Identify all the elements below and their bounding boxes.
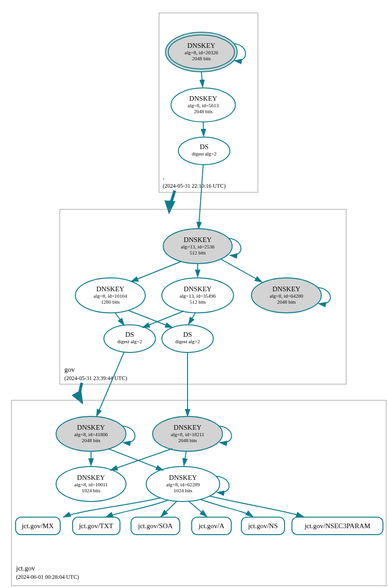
svg-text:2048 bits: 2048 bits [277,299,296,305]
svg-text:digest alg=2: digest alg=2 [175,339,200,344]
svg-text:jct.gov/SOA: jct.gov/SOA [137,522,173,530]
node-jct-k3: DNSKEY alg=8, id=10011 1024 bits [56,467,126,502]
svg-line-65 [184,451,186,466]
svg-text:alg=8, id=10011: alg=8, id=10011 [74,482,108,487]
svg-text:2048 bits: 2048 bits [82,438,101,443]
svg-text:DNSKEY: DNSKEY [169,474,197,481]
node-rr-txt: jct.gov/TXT [73,517,120,535]
svg-text:512 bits: 512 bits [189,250,205,255]
svg-text:DS: DS [125,331,134,338]
svg-text:DS: DS [200,143,208,150]
svg-text:DNSKEY: DNSKEY [77,424,105,431]
svg-text:alg=8, id=18211: alg=8, id=18211 [171,432,205,437]
svg-line-64 [110,449,172,470]
svg-text:DNSKEY: DNSKEY [188,42,216,49]
svg-text:DNSKEY: DNSKEY [184,285,212,293]
svg-text:alg=8, id=20326: alg=8, id=20326 [185,50,218,55]
svg-text:1280 bits: 1280 bits [101,299,120,305]
svg-text:2048 bits: 2048 bits [194,109,213,114]
svg-text:alg=8, id=41806: alg=8, id=41806 [74,432,108,437]
svg-line-23 [131,261,182,282]
node-gov-ds2: DS digest alg=2 [162,325,213,352]
svg-text:DNSKEY: DNSKEY [273,285,301,293]
zone-gov-label: gov [64,366,75,373]
node-jct-k1: DNSKEY alg=8, id=41806 2048 bits [56,416,135,451]
svg-text:alg=13, id=35496: alg=13, id=35496 [180,293,216,299]
svg-line-78 [161,501,177,517]
svg-text:DS: DS [183,331,192,338]
svg-text:digest alg=2: digest alg=2 [192,151,217,156]
svg-text:alg=13, id=2536: alg=13, id=2536 [181,244,215,249]
svg-line-13 [203,122,204,136]
svg-line-79 [188,501,207,517]
node-rr-soa: jct.gov/SOA [131,517,180,535]
svg-text:2048 bits: 2048 bits [192,56,211,61]
node-gov-k3: DNSKEY alg=13, id=35496 512 bits [162,278,234,313]
node-gov-ds1: DS digest alg=2 [104,325,155,352]
svg-text:DNSKEY: DNSKEY [189,95,217,102]
svg-line-9 [201,72,203,87]
svg-text:alg=8, id=62289: alg=8, id=62289 [166,482,200,487]
svg-text:DNSKEY: DNSKEY [97,285,125,293]
svg-text:jct.gov/A: jct.gov/A [198,522,224,530]
svg-line-14 [199,165,203,229]
svg-line-40 [115,312,124,325]
zone-root-label: . [163,173,165,181]
svg-text:jct.gov/NS: jct.gov/NS [248,522,278,530]
svg-text:jct.gov/NSEC3PARAM: jct.gov/NSEC3PARAM [304,522,370,530]
zone-gov-timestamp: (2024-05-31 23:39:44 UTC) [64,375,127,381]
node-rr-a: jct.gov/A [192,517,231,535]
node-gov-ksk1: DNSKEY alg=13, id=2536 512 bits [163,229,241,264]
node-root-ds: DS digest alg=2 [178,137,230,165]
svg-text:DNSKEY: DNSKEY [77,474,105,481]
dnssec-diagram: . (2024-05-31 22:10:16 UTC) DNSKEY alg=8… [5,5,388,588]
svg-text:jct.gov/TXT: jct.gov/TXT [79,522,114,530]
svg-text:alg=8, id=5613: alg=8, id=5613 [188,103,219,108]
svg-text:jct.gov/MX: jct.gov/MX [21,522,54,530]
zone-jct-timestamp: (2024-06-01 00:28:04 UTC) [16,574,79,580]
node-rr-n3p: jct.gov/NSEC3PARAM [292,517,383,535]
node-rr-ns: jct.gov/NS [241,517,285,535]
zone-root-timestamp: (2024-05-31 22:10:16 UTC) [163,183,226,189]
svg-text:DNSKEY: DNSKEY [174,424,202,431]
svg-text:512 bits: 512 bits [189,299,205,305]
svg-text:alg=8, id=64280: alg=8, id=64280 [270,293,303,299]
svg-text:digest alg=2: digest alg=2 [117,339,142,344]
node-jct-k4: DNSKEY alg=8, id=62289 1024 bits [146,467,229,502]
svg-text:DNSKEY: DNSKEY [184,236,212,243]
svg-text:1024 bits: 1024 bits [174,488,193,493]
node-gov-k4: DNSKEY alg=8, id=64280 2048 bits [251,278,331,313]
svg-line-33 [221,259,262,282]
svg-line-43 [188,313,195,324]
zone-jct-label: jct.gov [16,565,35,572]
svg-text:1024 bits: 1024 bits [82,488,101,493]
svg-line-42 [143,311,184,328]
node-root-zsk: DNSKEY alg=8, id=5613 2048 bits [171,88,235,122]
node-root-ksk: DNSKEY alg=8, id=20326 2048 bits [165,32,245,72]
node-rr-mx: jct.gov/MX [16,517,60,535]
node-gov-k2: DNSKEY alg=8, id=10104 1280 bits [75,278,145,313]
svg-text:2048 bits: 2048 bits [178,438,197,443]
svg-line-63 [108,449,163,470]
node-jct-k2: DNSKEY alg=8, id=18211 2048 bits [153,416,232,451]
svg-text:alg=8, id=10104: alg=8, id=10104 [94,293,127,299]
